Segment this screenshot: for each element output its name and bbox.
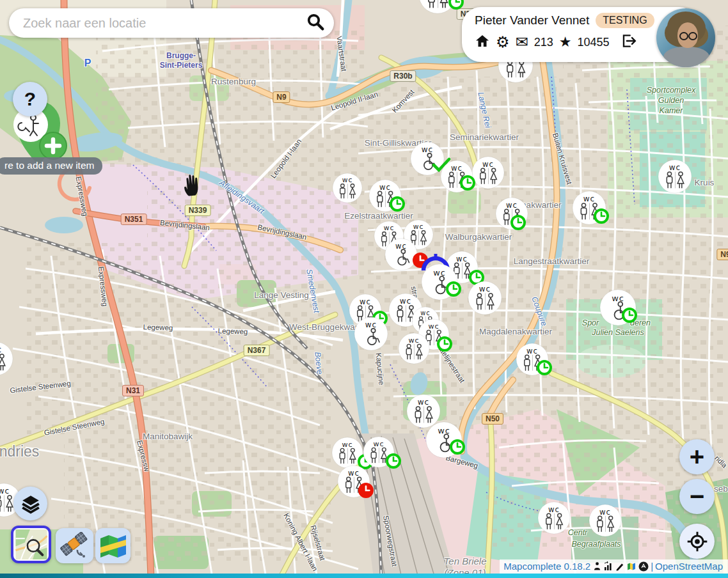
green-clock-badge (459, 175, 477, 194)
svg-text:wc: wc (408, 336, 419, 345)
svg-text:wc: wc (0, 345, 2, 354)
help-label: ? (24, 88, 36, 110)
svg-text:wc: wc (373, 440, 384, 448)
user-name: Pieter Vander Vennet (475, 13, 589, 27)
osm-link[interactable]: OpenStreetMap (655, 561, 723, 572)
zoom-out-button[interactable]: − (679, 479, 715, 514)
svg-text:wc: wc (422, 145, 433, 154)
background-osm-button[interactable] (11, 526, 51, 563)
help-button[interactable]: ? (13, 82, 47, 116)
green-clock-badge (449, 439, 466, 458)
svg-text:wc: wc (669, 163, 681, 172)
settings-gear-icon[interactable]: ⚙ (496, 35, 510, 50)
toilet-marker[interactable]: wc (589, 504, 622, 540)
green-clock-badge (389, 196, 406, 215)
svg-text:wc: wc (526, 347, 538, 355)
avatar-glasses (679, 32, 697, 40)
green-clock-badge (536, 359, 553, 379)
layers-icon (20, 494, 41, 514)
svg-text:wc: wc (413, 223, 424, 231)
svg-text:wc: wc (365, 320, 377, 329)
statue-icon (593, 561, 601, 571)
message-count: 213 (534, 36, 553, 49)
attribution-separator: | (651, 561, 653, 572)
add-item-tooltip: re to add a new item (0, 157, 102, 175)
svg-text:wc: wc (583, 194, 595, 203)
svg-text:wc: wc (482, 160, 494, 169)
green-clock-badge (593, 208, 610, 228)
crosshair-icon (686, 531, 708, 552)
zoom-in-label: + (690, 442, 704, 471)
geolocate-button[interactable] (679, 524, 715, 559)
messages-envelope-icon[interactable]: ✉ (516, 35, 528, 50)
toilet-marker[interactable]: wc (471, 156, 505, 192)
satellite-icon (59, 532, 90, 560)
toilet-marker[interactable]: wc (354, 316, 388, 354)
svg-text:wc: wc (384, 224, 395, 232)
map-marker-layer: wc wc wc wc wc wc wc (0, 0, 728, 578)
stats-icon[interactable] (604, 561, 613, 571)
svg-text:wc: wc (418, 398, 429, 407)
svg-text:wc: wc (400, 297, 411, 306)
svg-text:wc: wc (612, 293, 624, 303)
svg-text:wc: wc (420, 309, 430, 316)
svg-text:wc: wc (456, 254, 468, 263)
home-icon[interactable] (475, 33, 490, 51)
zoom-out-label: − (690, 482, 704, 511)
toilet-marker[interactable]: wc (0, 341, 13, 379)
svg-text:wc: wc (433, 268, 446, 277)
toilet-marker[interactable]: wc (468, 281, 502, 318)
background-map-style-button[interactable] (95, 528, 131, 563)
mapcomplete-app: RustenburgSint-GilliskwartierSeminariekw… (0, 0, 728, 578)
search-bar[interactable] (9, 8, 334, 38)
attribution-bar: Mapcomplete 0.18.2 | OpenStreetMap (500, 559, 728, 574)
svg-text:wc: wc (438, 426, 450, 435)
folded-map-icon (99, 533, 127, 559)
green-clock-badge (445, 281, 463, 301)
hand-grab-cursor (180, 171, 204, 200)
green-clock-badge (448, 0, 465, 13)
svg-text:wc: wc (479, 285, 491, 293)
avatar[interactable] (656, 8, 715, 67)
background-satellite-button[interactable] (56, 528, 93, 563)
green-clock-badge (436, 336, 454, 355)
toilet-marker[interactable]: wc (658, 159, 692, 196)
changeset-count: 10455 (577, 36, 609, 49)
svg-text:wc: wc (0, 487, 10, 496)
search-input[interactable] (22, 15, 306, 31)
changeset-star-icon: ★ (559, 35, 572, 49)
red-clock-badge (358, 482, 375, 502)
svg-text:wc: wc (599, 508, 611, 517)
svg-text:wc: wc (428, 322, 439, 331)
svg-text:wc: wc (379, 183, 391, 192)
zoom-in-button[interactable]: + (679, 439, 715, 474)
mini-map-icon (627, 562, 636, 570)
svg-text:wc: wc (548, 505, 560, 514)
logout-icon[interactable] (620, 33, 637, 52)
green-clock-badge (621, 307, 638, 327)
svg-text:wc: wc (451, 164, 463, 173)
osm-map-search-icon (15, 529, 47, 559)
svg-text:wc: wc (506, 201, 518, 210)
toilet-marker[interactable]: wc (398, 332, 430, 367)
svg-text:wc: wc (360, 297, 371, 306)
svg-text:wc: wc (342, 176, 353, 184)
dark-circle-icon[interactable] (638, 561, 649, 572)
search-icon[interactable] (306, 12, 325, 34)
toilet-marker[interactable]: wc (332, 173, 363, 206)
svg-text:wc: wc (342, 441, 352, 449)
app-version[interactable]: Mapcomplete 0.18.2 (503, 561, 590, 572)
bottom-accent-bar (0, 574, 728, 578)
testing-badge: TESTING (596, 13, 654, 28)
svg-text:wc: wc (348, 469, 360, 478)
layers-button[interactable] (13, 487, 47, 520)
toilet-marker[interactable]: wc (537, 501, 571, 537)
green-clock-badge (385, 453, 402, 473)
green-clock-badge (510, 214, 527, 234)
pencil-icon[interactable] (615, 561, 624, 571)
svg-text:wc: wc (395, 242, 407, 251)
